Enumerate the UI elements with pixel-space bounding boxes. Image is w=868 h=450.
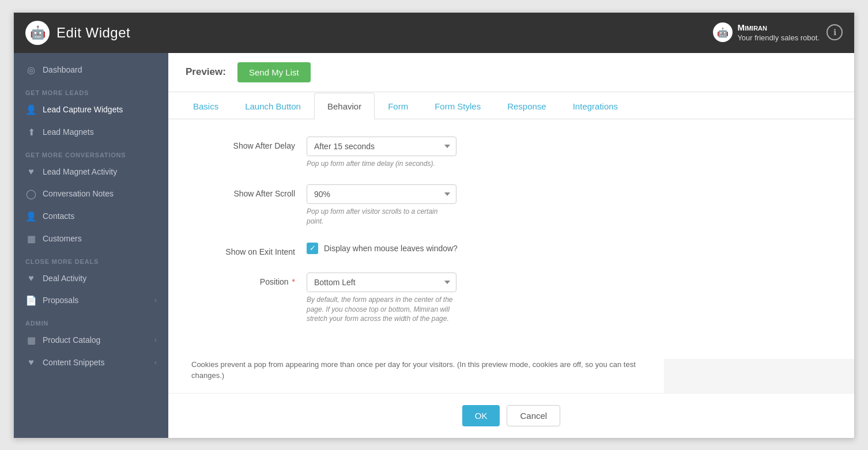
exit-intent-checkbox-row: ✓ Display when mouse leaves window? bbox=[307, 243, 537, 254]
brand-small: 🤖 Mimiran Your friendly sales robot. bbox=[713, 22, 820, 43]
show-after-delay-label: Show After Delay bbox=[191, 137, 307, 150]
sidebar-item-proposals[interactable]: 📄 Proposals ‹ bbox=[14, 289, 168, 312]
app-container: 🤖 Edit Widget 🤖 Mimiran Your friendly sa… bbox=[13, 12, 855, 438]
sidebar-label-proposals: Proposals bbox=[43, 296, 78, 305]
product-catalog-arrow-icon: ‹ bbox=[154, 336, 157, 344]
info-icon-button[interactable]: ℹ bbox=[827, 24, 843, 40]
preview-bar: Preview: Send My List bbox=[168, 53, 854, 92]
sidebar-label-product-catalog: Product Catalog bbox=[43, 335, 100, 345]
content-area: Preview: Send My List Basics Launch Butt… bbox=[168, 53, 854, 438]
lead-magnets-icon: ⬆ bbox=[25, 127, 37, 138]
tab-behavior[interactable]: Behavior bbox=[314, 93, 375, 119]
show-on-exit-intent-row: Show on Exit Intent ✓ Display when mouse… bbox=[191, 243, 831, 256]
sidebar-item-lead-magnet-activity[interactable]: ♥ Lead Magnet Activity bbox=[14, 161, 168, 183]
deal-activity-icon: ♥ bbox=[25, 273, 37, 283]
show-after-delay-hint: Pop up form after time delay (in seconds… bbox=[307, 159, 456, 169]
customers-icon: ▦ bbox=[25, 233, 37, 244]
sidebar-label-contacts: Contacts bbox=[43, 211, 74, 221]
tab-launch-button[interactable]: Launch Button bbox=[232, 93, 314, 119]
tab-form[interactable]: Form bbox=[375, 93, 421, 119]
brand-tagline: Your friendly sales robot. bbox=[737, 33, 820, 42]
sidebar-label-customers: Customers bbox=[43, 234, 82, 243]
header-right: 🤖 Mimiran Your friendly sales robot. ℹ bbox=[713, 22, 843, 43]
sidebar-item-lead-magnets[interactable]: ⬆ Lead Magnets bbox=[14, 121, 168, 143]
sidebar-item-product-catalog[interactable]: ▦ Product Catalog ‹ bbox=[14, 329, 168, 351]
brand-small-logo: 🤖 bbox=[713, 22, 733, 42]
show-on-exit-intent-input-group: ✓ Display when mouse leaves window? bbox=[307, 243, 537, 254]
content-snippets-left: ♥ Content Snippets bbox=[25, 357, 104, 368]
brand-name: Mimiran bbox=[737, 22, 820, 33]
position-required-marker: * bbox=[290, 277, 295, 286]
sidebar-section-admin: ADMIN bbox=[14, 312, 168, 329]
dashboard-icon: ◎ bbox=[25, 65, 37, 75]
logo-icon: 🤖 bbox=[25, 21, 50, 45]
tabs-bar: Basics Launch Button Behavior Form Form … bbox=[168, 92, 854, 119]
position-label: Position * bbox=[191, 273, 307, 286]
sidebar-label-deal-activity: Deal Activity bbox=[43, 274, 86, 283]
show-after-scroll-hint: Pop up form after visitor scrolls to a c… bbox=[307, 207, 456, 226]
sidebar-item-deal-activity[interactable]: ♥ Deal Activity bbox=[14, 267, 168, 289]
show-after-scroll-row: Show After Scroll No scroll trigger 25% … bbox=[191, 184, 831, 226]
tab-integrations[interactable]: Integrations bbox=[560, 93, 631, 119]
sidebar-section-close-more-deals: CLOSE MORE DEALS bbox=[14, 250, 168, 267]
position-input-group: Center Top Bottom Bottom Left Bottom Rig… bbox=[307, 273, 537, 324]
page-title: Edit Widget bbox=[56, 25, 130, 41]
show-after-scroll-input-group: No scroll trigger 25% 50% 75% 90% 100% P… bbox=[307, 184, 537, 226]
sidebar-item-customers[interactable]: ▦ Customers bbox=[14, 228, 168, 250]
sidebar-label-conversation-notes: Conversation Notes bbox=[43, 189, 114, 198]
content-snippets-icon: ♥ bbox=[25, 357, 37, 368]
show-after-delay-row: Show After Delay No delay After 5 second… bbox=[191, 137, 831, 169]
show-on-exit-intent-label: Show on Exit Intent bbox=[191, 243, 307, 256]
sidebar-label-content-snippets: Content Snippets bbox=[43, 358, 104, 367]
sidebar-section-get-more-leads: GET MORE LEADS bbox=[14, 81, 168, 99]
conversation-notes-icon: ◯ bbox=[25, 188, 37, 199]
sidebar-item-lead-capture-widgets[interactable]: 👤 Lead Capture Widgets bbox=[14, 99, 168, 121]
position-row: Position * Center Top Bottom Bottom Left… bbox=[191, 273, 831, 324]
proposals-left: 📄 Proposals bbox=[25, 295, 78, 306]
show-after-delay-input-group: No delay After 5 seconds After 10 second… bbox=[307, 137, 537, 169]
cookie-note: Cookies prevent a pop from appearing mor… bbox=[168, 359, 664, 393]
brand-small-text: Mimiran Your friendly sales robot. bbox=[737, 22, 820, 43]
proposals-icon: 📄 bbox=[25, 295, 37, 306]
lead-magnet-activity-icon: ♥ bbox=[25, 167, 37, 177]
position-hint: By default, the form appears in the cent… bbox=[307, 295, 456, 324]
sidebar: ◎ Dashboard GET MORE LEADS 👤 Lead Captur… bbox=[14, 53, 168, 438]
exit-intent-checkbox[interactable]: ✓ bbox=[307, 243, 318, 254]
form-content: Show After Delay No delay After 5 second… bbox=[168, 119, 854, 359]
sidebar-item-contacts[interactable]: 👤 Contacts bbox=[14, 205, 168, 228]
cancel-button[interactable]: Cancel bbox=[507, 405, 560, 426]
exit-intent-checkbox-label: Display when mouse leaves window? bbox=[324, 244, 458, 253]
preview-button[interactable]: Send My List bbox=[237, 62, 311, 82]
product-catalog-icon: ▦ bbox=[25, 335, 37, 346]
main-body: ◎ Dashboard GET MORE LEADS 👤 Lead Captur… bbox=[14, 53, 854, 438]
sidebar-item-conversation-notes[interactable]: ◯ Conversation Notes bbox=[14, 183, 168, 205]
header-left: 🤖 Edit Widget bbox=[25, 21, 130, 45]
show-after-scroll-select[interactable]: No scroll trigger 25% 50% 75% 90% 100% bbox=[307, 184, 456, 204]
tab-form-styles[interactable]: Form Styles bbox=[421, 93, 494, 119]
sidebar-label-lead-magnet-activity: Lead Magnet Activity bbox=[43, 167, 117, 176]
show-after-scroll-label: Show After Scroll bbox=[191, 184, 307, 198]
sidebar-label-dashboard: Dashboard bbox=[43, 65, 82, 74]
product-catalog-left: ▦ Product Catalog bbox=[25, 335, 100, 346]
sidebar-item-dashboard[interactable]: ◎ Dashboard bbox=[14, 59, 168, 81]
preview-label: Preview: bbox=[186, 66, 226, 78]
ok-button[interactable]: OK bbox=[462, 405, 500, 426]
lead-capture-icon: 👤 bbox=[25, 104, 37, 115]
sidebar-item-content-snippets[interactable]: ♥ Content Snippets ‹ bbox=[14, 351, 168, 373]
tab-response[interactable]: Response bbox=[494, 93, 560, 119]
proposals-arrow-icon: ‹ bbox=[154, 296, 157, 304]
position-select[interactable]: Center Top Bottom Bottom Left Bottom Rig… bbox=[307, 273, 456, 292]
top-header: 🤖 Edit Widget 🤖 Mimiran Your friendly sa… bbox=[14, 13, 854, 53]
sidebar-section-get-more-conversations: GET MORE CONVERSATIONS bbox=[14, 143, 168, 161]
contacts-icon: 👤 bbox=[25, 211, 37, 222]
footer-buttons: OK Cancel bbox=[168, 393, 854, 438]
sidebar-label-lead-capture: Lead Capture Widgets bbox=[43, 105, 123, 114]
content-snippets-arrow-icon: ‹ bbox=[154, 358, 157, 366]
tab-basics[interactable]: Basics bbox=[180, 93, 232, 119]
sidebar-label-lead-magnets: Lead Magnets bbox=[43, 127, 94, 137]
show-after-delay-select[interactable]: No delay After 5 seconds After 10 second… bbox=[307, 137, 456, 156]
